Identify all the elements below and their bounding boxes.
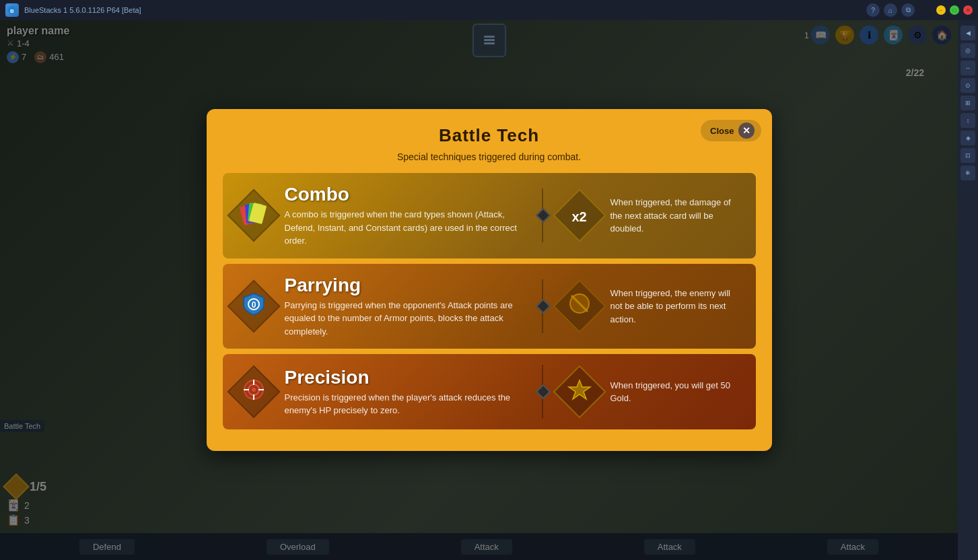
sidebar-icon-2[interactable]: ↔ [960, 61, 975, 75]
sidebar-icon-3[interactable]: ⊙ [960, 78, 975, 93]
precision-effect: When triggered, you will get 50 Gold. [610, 379, 745, 405]
app-logo: B [5, 3, 19, 17]
precision-gold-icon [567, 378, 592, 407]
app-title: BlueStacks 1 5.6.0.1126 P64 [Beta] [24, 6, 141, 14]
svg-text:0: 0 [251, 300, 256, 310]
combo-description: A combo is triggered when the card types… [285, 208, 531, 248]
parrying-description: Parrying is triggered when the opponent'… [285, 299, 531, 339]
combo-card: Combo A combo is triggered when the card… [223, 173, 756, 258]
parrying-card: 0 Parrying Parrying is triggered when th… [223, 264, 756, 349]
precision-card: Precision Precision is triggered when th… [223, 354, 756, 429]
sidebar-icon-5[interactable]: ↕ [960, 113, 975, 128]
close-x-icon: ✕ [738, 123, 755, 139]
titlebar-icons: ? ⌂ ⧉ − □ ✕ [866, 3, 973, 17]
battle-tech-modal: Battle Tech Special techniques triggered… [207, 109, 772, 451]
precision-right-icon [559, 372, 600, 412]
precision-left-icon [234, 372, 274, 412]
sidebar-expand-icon[interactable]: ◀ [960, 26, 975, 40]
sidebar-icon-7[interactable]: ⊡ [960, 148, 975, 163]
parrying-right-icon [559, 286, 600, 326]
sidebar-icon-8[interactable]: ❄ [960, 166, 975, 180]
precision-name: Precision [285, 367, 531, 388]
precision-divider [542, 365, 549, 419]
close-label: Close [710, 126, 734, 136]
titlebar: B BlueStacks 1 5.6.0.1126 P64 [Beta] ? ⌂… [0, 0, 978, 20]
svg-marker-20 [569, 380, 590, 399]
parrying-left-icon: 0 [234, 286, 274, 326]
help-icon[interactable]: ? [866, 3, 880, 17]
close-button[interactable]: Close ✕ [701, 120, 761, 141]
combo-name: Combo [285, 184, 531, 205]
parrying-effect: When triggered, the enemy will not be ab… [610, 287, 745, 326]
combo-left-icon [234, 195, 274, 236]
combo-text: Combo A combo is triggered when the card… [285, 184, 531, 248]
combo-divider [542, 188, 549, 242]
home-titlebar-icon[interactable]: ⌂ [884, 3, 897, 17]
right-sidebar: ◀ ◎ ↔ ⊙ ⊞ ↕ ◈ ⊡ ❄ [958, 20, 978, 560]
close-button[interactable]: ✕ [963, 5, 973, 15]
combo-multiplier-icon: x2 [571, 205, 586, 226]
sidebar-icon-6[interactable]: ◈ [960, 131, 975, 145]
combo-effect: When triggered, the damage of the next a… [610, 196, 745, 236]
modal-header: Battle Tech [223, 125, 756, 146]
combo-cards-icon [240, 200, 267, 232]
parrying-block-icon [567, 291, 592, 320]
precision-description: Precision is triggered when the player's… [285, 391, 531, 417]
precision-crosshair-icon [241, 377, 267, 407]
sidebar-icon-4[interactable]: ⊞ [960, 96, 975, 110]
maximize-button[interactable]: □ [950, 5, 959, 15]
precision-text: Precision Precision is triggered when th… [285, 367, 531, 417]
parrying-divider [542, 279, 549, 333]
sidebar-icon-1[interactable]: ◎ [960, 43, 975, 58]
svg-point-15 [252, 388, 256, 392]
modal-title: Battle Tech [223, 125, 756, 146]
parrying-name: Parrying [285, 275, 531, 296]
combo-multiplier: x2 [571, 209, 586, 224]
parrying-shield-icon: 0 [241, 291, 267, 321]
windows-icon[interactable]: ⧉ [901, 3, 915, 17]
minimize-button[interactable]: − [936, 5, 946, 15]
modal-subtitle: Special techniques triggered during comb… [223, 151, 756, 162]
parrying-text: Parrying Parrying is triggered when the … [285, 275, 531, 339]
svg-text:B: B [10, 8, 14, 14]
combo-right-icon: x2 [559, 195, 600, 236]
